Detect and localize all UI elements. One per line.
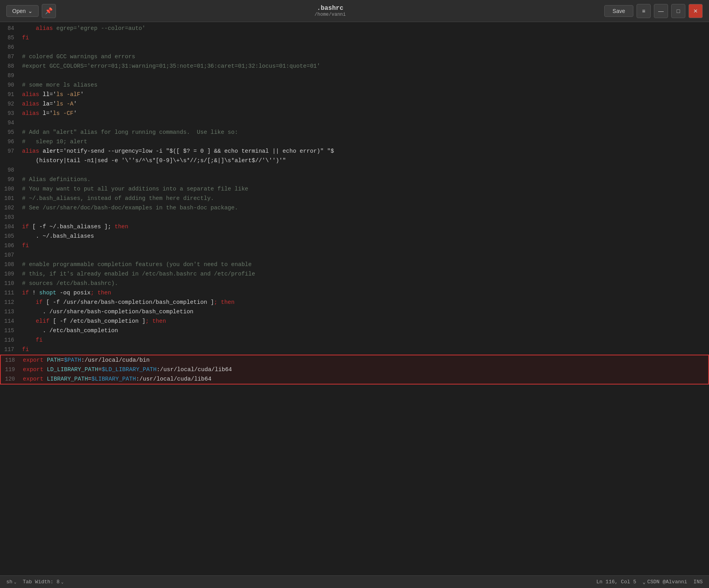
table-row: 118 export PATH=$PATH:/usr/local/cuda/bi… xyxy=(1,355,708,365)
line-content: export LIBRARY_PATH=$LIBRARY_PATH:/usr/l… xyxy=(21,374,708,384)
table-row: 93 alias l='ls -CF' xyxy=(0,109,709,118)
pin-button[interactable]: 📌 xyxy=(42,4,56,18)
shell-chevron-icon: ⌄ xyxy=(14,580,17,584)
minimize-button[interactable]: — xyxy=(654,4,668,18)
line-content: . ~/.bash_aliases xyxy=(20,231,709,241)
line-number: 90 xyxy=(0,80,20,90)
line-number: 119 xyxy=(1,365,21,374)
table-row: 88 #export GCC_COLORS='error=01;31:warni… xyxy=(0,61,709,71)
line-number: 116 xyxy=(0,335,20,345)
table-row: 111 if ! shopt -oq posix; then xyxy=(0,288,709,298)
table-row: 107 xyxy=(0,250,709,260)
line-number: 108 xyxy=(0,260,20,269)
tab-width-selector[interactable]: Tab Width: 8 ⌄ xyxy=(23,579,64,585)
line-number: 96 xyxy=(0,137,20,146)
table-row: 96 # sleep 10; alert xyxy=(0,137,709,146)
table-row: 108 # enable programmable completion fea… xyxy=(0,260,709,269)
minimize-icon: — xyxy=(658,8,664,14)
menu-icon: ≡ xyxy=(642,8,645,14)
save-button[interactable]: Save xyxy=(604,5,633,17)
line-number: 87 xyxy=(0,52,20,61)
table-row: 119 export LD_LIBRARY_PATH=$LD_LIBRARY_P… xyxy=(1,365,708,374)
line-content: # Add an "alert" alias for long running … xyxy=(20,128,709,137)
line-number: 118 xyxy=(1,355,21,365)
line-number: 84 xyxy=(0,24,20,33)
table-row: 95 # Add an "alert" alias for long runni… xyxy=(0,128,709,137)
line-content: # colored GCC warnings and errors xyxy=(20,52,709,61)
table-row: 105 . ~/.bash_aliases xyxy=(0,231,709,241)
mode-label: INS xyxy=(694,579,703,585)
line-content: export PATH=$PATH:/usr/local/cuda/bin xyxy=(21,355,708,365)
line-number: 102 xyxy=(0,203,20,213)
cursor-position: Ln 116, Col 5 xyxy=(596,579,636,585)
line-content xyxy=(20,118,709,128)
line-content xyxy=(20,250,709,260)
line-number: 86 xyxy=(0,43,20,52)
table-row: 89 xyxy=(0,71,709,80)
filename-title: .bashrc xyxy=(315,5,346,12)
maximize-button[interactable]: □ xyxy=(671,4,685,18)
table-row: 102 # See /usr/share/doc/bash-doc/exampl… xyxy=(0,203,709,213)
table-row: 101 # ~/.bash_aliases, instead of adding… xyxy=(0,194,709,203)
line-number: 111 xyxy=(0,288,20,298)
table-row: (history|tail -n1|sed -e '\''s/^\s*[0-9]… xyxy=(0,156,709,165)
tabwidth-chevron-icon: ⌄ xyxy=(61,580,63,584)
table-row: 109 # this, if it's already enabled in /… xyxy=(0,269,709,279)
line-number: 94 xyxy=(0,118,20,128)
insert-mode: INS xyxy=(694,579,703,585)
position-label: Ln 116, Col 5 xyxy=(596,579,636,585)
pin-icon: 📌 xyxy=(45,7,53,15)
source-chevron-icon: ⌄ xyxy=(642,579,646,585)
statusbar-left: sh ⌄ Tab Width: 8 ⌄ xyxy=(6,579,63,585)
source-label: CSDN @Alvanni xyxy=(647,579,687,585)
line-number: 93 xyxy=(0,109,20,118)
titlebar-center: .bashrc /home/vanni xyxy=(315,5,346,17)
table-row: 117 fi xyxy=(0,345,709,354)
line-number: 104 xyxy=(0,222,20,231)
titlebar-right: Save ≡ — □ ✕ xyxy=(604,4,703,18)
line-content: #export GCC_COLORS='error=01;31:warning=… xyxy=(20,61,709,71)
line-content: alias ll='ls -alF' xyxy=(20,90,709,99)
line-content: elif [ -f /etc/bash_completion ]; then xyxy=(20,316,709,326)
line-number: 103 xyxy=(0,213,20,222)
editor[interactable]: 84 alias egrep='egrep --color=auto' 85 f… xyxy=(0,22,709,575)
shell-selector[interactable]: sh ⌄ xyxy=(6,579,17,585)
highlight-block: 118 export PATH=$PATH:/usr/local/cuda/bi… xyxy=(0,355,709,385)
line-content: fi xyxy=(20,345,709,354)
table-row: 92 alias la='ls -A' xyxy=(0,99,709,109)
statusbar: sh ⌄ Tab Width: 8 ⌄ Ln 116, Col 5 ⌄ CSDN… xyxy=(0,575,709,588)
open-button[interactable]: Open ⌄ xyxy=(6,5,39,17)
table-row: 87 # colored GCC warnings and errors xyxy=(0,52,709,61)
line-content: # this, if it's already enabled in /etc/… xyxy=(20,269,709,279)
line-number: 95 xyxy=(0,128,20,137)
table-row: 114 elif [ -f /etc/bash_completion ]; th… xyxy=(0,316,709,326)
table-row: 100 # You may want to put all your addit… xyxy=(0,184,709,194)
line-number: 110 xyxy=(0,279,20,288)
line-number: 91 xyxy=(0,90,20,99)
line-number: 100 xyxy=(0,184,20,194)
line-content: (history|tail -n1|sed -e '\''s/^\s*[0-9]… xyxy=(20,156,709,165)
filepath-title: /home/vanni xyxy=(315,12,346,17)
chevron-down-icon: ⌄ xyxy=(28,8,33,14)
line-content: if ! shopt -oq posix; then xyxy=(20,288,709,298)
line-content: if [ -f /usr/share/bash-completion/bash_… xyxy=(20,298,709,307)
line-number: 99 xyxy=(0,175,20,184)
line-content: . /usr/share/bash-completion/bash_comple… xyxy=(20,307,709,316)
line-content xyxy=(20,213,709,222)
tab-width-label: Tab Width: 8 xyxy=(23,579,60,585)
close-button[interactable]: ✕ xyxy=(689,4,703,18)
table-row: 113 . /usr/share/bash-completion/bash_co… xyxy=(0,307,709,316)
line-content: . /etc/bash_completion xyxy=(20,326,709,335)
line-content xyxy=(20,43,709,52)
line-content: # Alias definitions. xyxy=(20,175,709,184)
table-row: 112 if [ -f /usr/share/bash-completion/b… xyxy=(0,298,709,307)
code-container: 84 alias egrep='egrep --color=auto' 85 f… xyxy=(0,22,709,575)
table-row: 110 # sources /etc/bash.bashrc). xyxy=(0,279,709,288)
menu-button[interactable]: ≡ xyxy=(637,4,651,18)
table-row: 91 alias ll='ls -alF' xyxy=(0,90,709,99)
line-number: 113 xyxy=(0,307,20,316)
line-content: export LD_LIBRARY_PATH=$LD_LIBRARY_PATH:… xyxy=(21,365,708,374)
line-content: alias egrep='egrep --color=auto' xyxy=(20,24,709,33)
open-label: Open xyxy=(12,8,26,14)
line-number: 112 xyxy=(0,298,20,307)
